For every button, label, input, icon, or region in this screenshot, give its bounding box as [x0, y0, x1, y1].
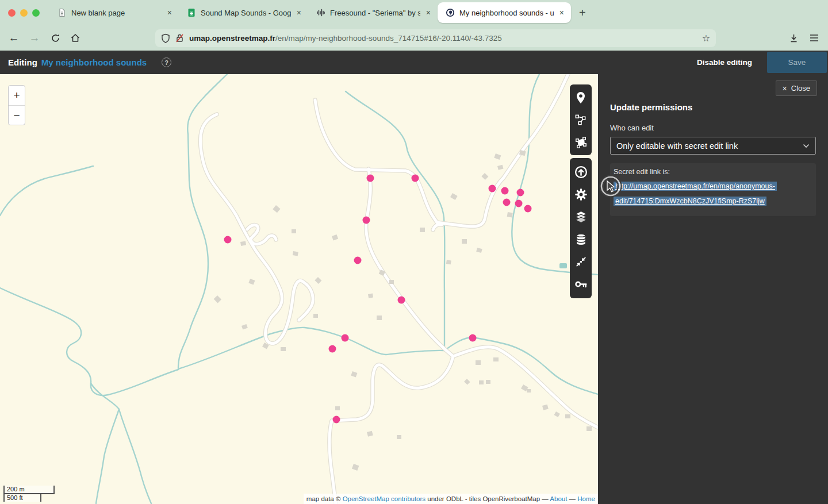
road-path	[437, 74, 568, 226]
draw-marker-button[interactable]	[570, 86, 592, 109]
datalayers-button[interactable]	[570, 228, 592, 251]
secret-edit-link[interactable]: edit/714715:DmxWzcbN8CzJV1fiSmp-RzS7ljw	[614, 197, 766, 206]
help-icon[interactable]: ?	[162, 57, 171, 67]
map-marker[interactable]	[515, 200, 523, 207]
tab-title: My neighborhood sounds - uMap	[459, 9, 554, 17]
map-marker[interactable]	[412, 175, 419, 182]
map-marker[interactable]	[342, 334, 349, 342]
stream-path	[119, 409, 151, 503]
home-icon[interactable]	[66, 29, 85, 47]
bookmark-star-icon[interactable]: ☆	[702, 33, 710, 44]
tab-umap-active[interactable]: My neighborhood sounds - uMap ×	[438, 2, 571, 23]
map-marker[interactable]	[524, 205, 532, 213]
who-can-edit-label: Who can edit	[610, 124, 816, 132]
attribution-text: map data ©	[306, 495, 343, 502]
building	[351, 371, 357, 378]
tab-close-icon[interactable]: ×	[558, 8, 565, 17]
back-icon[interactable]: ←	[5, 29, 23, 47]
secret-edit-link[interactable]: http://umap.openstreetmap.fr/en/map/anon…	[614, 182, 777, 191]
tab-close-icon[interactable]: ×	[296, 8, 302, 17]
datalayers-icon	[574, 232, 588, 247]
building	[542, 405, 549, 410]
building	[507, 212, 513, 217]
tab-google-sheets[interactable]: Sound Map Sounds - Google Sh ×	[179, 0, 308, 25]
pond	[559, 263, 567, 268]
map-marker[interactable]	[354, 257, 362, 264]
map-settings-button[interactable]	[570, 183, 592, 206]
map-marker[interactable]	[367, 175, 374, 182]
menu-hamburger-icon[interactable]	[805, 29, 823, 47]
reload-glyph	[51, 33, 60, 43]
building	[335, 406, 340, 410]
draw-polyline-icon	[574, 113, 588, 126]
draw-polygon-button[interactable]	[570, 131, 592, 153]
permissions-key-button[interactable]	[570, 273, 592, 295]
map-marker[interactable]	[329, 345, 336, 353]
map-settings-icon	[574, 187, 588, 202]
minimize-window-icon[interactable]	[20, 9, 28, 17]
building	[554, 411, 560, 417]
page-icon	[57, 8, 67, 17]
who-can-edit-select[interactable]: Only editable with secret edit link	[610, 137, 816, 155]
scale-control: 200 m 500 ft	[3, 486, 55, 502]
building	[241, 324, 248, 330]
new-tab-button[interactable]: +	[571, 6, 594, 20]
map-canvas[interactable]	[0, 74, 598, 504]
map-marker[interactable]	[333, 416, 340, 424]
map-title[interactable]: My neighborhood sounds	[41, 57, 147, 67]
url-bar[interactable]: umap.openstreetmap.fr/en/map/my-neighbor…	[155, 29, 716, 47]
home-link[interactable]: Home	[577, 495, 595, 502]
stream-path	[346, 91, 444, 351]
map-marker[interactable]	[501, 187, 509, 195]
road-casing	[437, 74, 568, 226]
editing-label: Editing	[8, 57, 37, 67]
zoom-in-button[interactable]: +	[9, 86, 25, 106]
downloads-icon[interactable]	[784, 29, 803, 47]
zoom-out-button[interactable]: −	[9, 106, 25, 126]
map-marker[interactable]	[398, 297, 405, 304]
about-link[interactable]: About	[550, 495, 567, 502]
close-window-icon[interactable]	[8, 9, 16, 17]
map-marker[interactable]	[224, 236, 232, 244]
reload-icon[interactable]	[46, 29, 64, 47]
umap-edit-header: Editing My neighborhood sounds ? Disable…	[0, 51, 828, 74]
building	[240, 241, 246, 245]
map-marker[interactable]	[489, 185, 496, 193]
map-marker[interactable]	[503, 199, 511, 206]
tab-title: Freesound - "Seriema" by sarala	[330, 9, 420, 17]
building	[352, 464, 359, 471]
draw-polyline-button[interactable]	[570, 109, 592, 131]
map-marker[interactable]	[469, 334, 477, 342]
building	[292, 229, 296, 233]
center-map-icon	[574, 255, 588, 268]
building	[476, 248, 482, 253]
map-marker[interactable]	[517, 189, 524, 197]
tab-close-icon[interactable]: ×	[425, 8, 432, 17]
disable-editing-button[interactable]: Disable editing	[697, 58, 752, 67]
forward-icon[interactable]: →	[25, 29, 44, 47]
map-marker[interactable]	[363, 217, 370, 224]
building	[368, 294, 373, 298]
close-panel-button[interactable]: × Close	[776, 80, 817, 96]
url-text: umap.openstreetmap.fr/en/map/my-neighbor…	[189, 34, 697, 43]
building	[389, 280, 394, 284]
map[interactable]: + −	[0, 74, 598, 504]
tab-close-icon[interactable]: ×	[166, 8, 173, 17]
edit-toolbar	[570, 158, 592, 298]
import-data-button[interactable]	[570, 161, 592, 183]
save-button[interactable]: Save	[767, 52, 827, 73]
download-glyph	[789, 33, 799, 43]
osm-contributors-link[interactable]: OpenStreetMap contributors	[343, 495, 425, 502]
zoom-window-icon[interactable]	[32, 9, 40, 17]
secret-link-label: Secret edit link is:	[614, 168, 812, 176]
tracking-shield-icon	[161, 33, 170, 43]
building	[420, 228, 425, 232]
building	[367, 431, 373, 437]
tab-new-blank-page[interactable]: New blank page ×	[49, 0, 179, 25]
scale-imperial: 500 ft	[3, 494, 41, 502]
road-casing	[315, 100, 437, 222]
permissions-panel: × Close Update permissions Who can edit …	[598, 74, 828, 504]
layers-button[interactable]	[570, 206, 592, 228]
center-map-button[interactable]	[570, 251, 592, 273]
tab-freesound[interactable]: Freesound - "Seriema" by sarala ×	[308, 0, 438, 25]
